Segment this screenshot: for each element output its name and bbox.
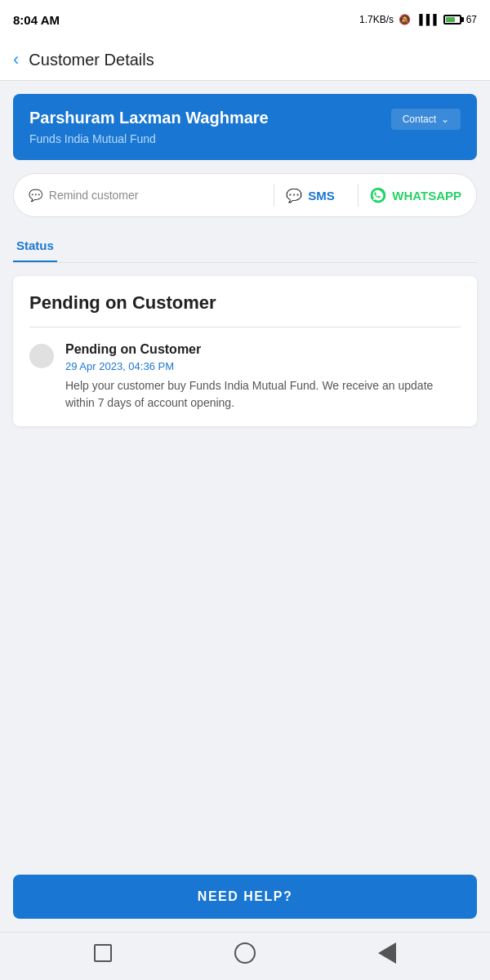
status-card: Pending on Customer Pending on Customer … <box>13 276 477 426</box>
customer-fund: Funds India Mutual Fund <box>29 132 391 145</box>
status-container: Pending on Customer Pending on Customer … <box>13 276 477 426</box>
whatsapp-label: WHATSAPP <box>392 189 461 203</box>
customer-info: Parshuram Laxman Waghmare Funds India Mu… <box>29 109 391 145</box>
status-card-title: Pending on Customer <box>29 292 461 314</box>
signal-icons: ▐▐▐ <box>416 14 437 25</box>
chat-icon: 💬 <box>29 189 42 202</box>
contact-button[interactable]: Contact ⌄ <box>391 109 461 130</box>
need-help-button[interactable]: NEED HELP? <box>13 875 477 919</box>
circle-icon <box>234 942 256 964</box>
nav-back-button[interactable] <box>378 942 396 964</box>
remind-label: 💬 Remind customer <box>29 189 262 202</box>
chevron-down-icon: ⌄ <box>441 114 449 125</box>
status-entry-desc: Help your customer buy Funds India Mutua… <box>65 377 461 412</box>
need-help-section: NEED HELP? <box>0 862 490 932</box>
sms-icon: 💬 <box>286 188 302 203</box>
status-time: 8:04 AM <box>13 13 60 27</box>
back-button[interactable]: ‹ <box>13 49 19 70</box>
whatsapp-button[interactable]: WHATSAPP <box>370 187 461 203</box>
nav-bar <box>0 932 490 980</box>
customer-name: Parshuram Laxman Waghmare <box>29 109 391 127</box>
page-title: Customer Details <box>29 51 154 69</box>
status-entry-title: Pending on Customer <box>65 342 461 357</box>
customer-card: Parshuram Laxman Waghmare Funds India Mu… <box>13 94 477 160</box>
remind-section: 💬 Remind customer 💬 SMS WHATSAPP <box>13 173 477 217</box>
sms-label: SMS <box>308 189 335 203</box>
battery-icon <box>443 15 461 24</box>
nav-home-button[interactable] <box>234 942 256 964</box>
tabs-container: Status <box>13 230 477 263</box>
square-icon <box>94 944 112 962</box>
header: ‹ Customer Details <box>0 39 490 81</box>
mute-icon: 🔕 <box>399 14 411 25</box>
status-card-header: Pending on Customer <box>13 276 477 327</box>
sms-button[interactable]: 💬 SMS <box>286 188 335 203</box>
status-entry-content: Pending on Customer 29 Apr 2023, 04:36 P… <box>65 342 461 412</box>
status-entry-time: 29 Apr 2023, 04:36 PM <box>65 360 461 372</box>
speed-indicator: 1.7KB/s <box>359 14 394 25</box>
remind-divider <box>274 184 275 207</box>
battery-level: 67 <box>466 14 477 25</box>
status-right: 1.7KB/s 🔕 ▐▐▐ 67 <box>359 14 477 25</box>
contact-label: Contact <box>403 114 436 125</box>
status-bar: 8:04 AM 1.7KB/s 🔕 ▐▐▐ 67 <box>0 0 490 39</box>
remind-divider-2 <box>358 184 359 207</box>
tab-status[interactable]: Status <box>13 230 57 262</box>
triangle-icon <box>378 942 396 964</box>
whatsapp-icon <box>370 187 386 203</box>
nav-square-button[interactable] <box>94 944 112 962</box>
status-entry: Pending on Customer 29 Apr 2023, 04:36 P… <box>13 327 477 426</box>
status-dot <box>29 344 54 368</box>
